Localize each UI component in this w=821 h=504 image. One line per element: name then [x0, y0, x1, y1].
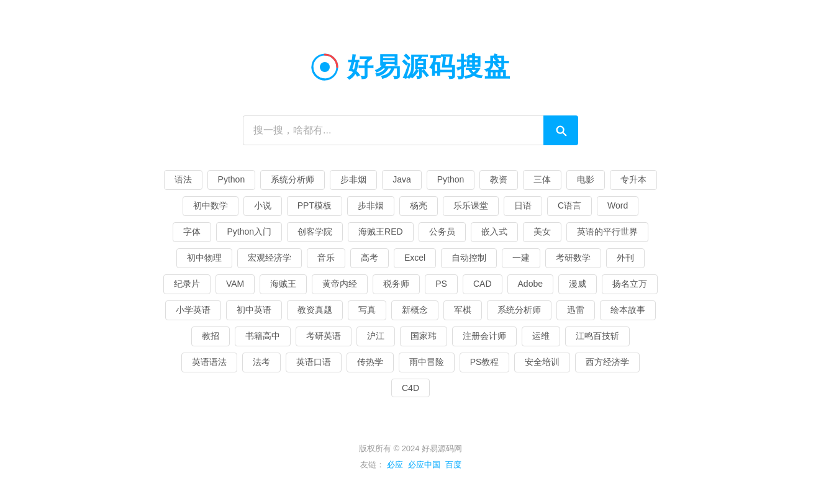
- tag-26[interactable]: 英语的平行世界: [566, 222, 648, 242]
- tag-70[interactable]: 西方经济学: [575, 353, 640, 372]
- tag-59[interactable]: 国家玮: [400, 326, 447, 346]
- tag-19[interactable]: 字体: [173, 222, 211, 242]
- tag-3[interactable]: 步非烟: [330, 170, 377, 190]
- tag-56[interactable]: 书籍高中: [235, 326, 291, 346]
- tag-30[interactable]: 高考: [350, 248, 389, 268]
- tag-24[interactable]: 嵌入式: [471, 222, 518, 242]
- tag-12[interactable]: PPT模板: [287, 196, 342, 216]
- tag-5[interactable]: Python: [427, 170, 475, 190]
- tag-17[interactable]: C语言: [547, 196, 592, 216]
- tag-69[interactable]: 安全培训: [514, 353, 570, 372]
- tag-60[interactable]: 注册会计师: [452, 326, 517, 346]
- tag-23[interactable]: 公务员: [419, 222, 466, 242]
- tag-68[interactable]: PS教程: [460, 353, 510, 372]
- tag-64[interactable]: 法考: [242, 353, 281, 372]
- tag-13[interactable]: 步非烟: [347, 196, 394, 216]
- tag-52[interactable]: 系统分析师: [487, 300, 551, 320]
- tag-36[interactable]: 纪录片: [163, 274, 211, 294]
- tag-46[interactable]: 小学英语: [165, 300, 221, 320]
- tag-39[interactable]: 黄帝内经: [312, 274, 368, 294]
- tag-55[interactable]: 教招: [191, 326, 230, 346]
- tag-31[interactable]: Excel: [394, 248, 436, 268]
- tag-9[interactable]: 专升本: [610, 170, 657, 190]
- app-container: 好易源码搜盘 语法Python系统分析师步非烟JavaPython教资三体电影专…: [0, 0, 821, 473]
- tag-2[interactable]: 系统分析师: [260, 170, 325, 190]
- tag-40[interactable]: 税务师: [373, 274, 420, 294]
- tag-1[interactable]: Python: [207, 170, 256, 190]
- tag-8[interactable]: 电影: [566, 170, 605, 190]
- tag-25[interactable]: 美女: [523, 222, 561, 242]
- tag-0[interactable]: 语法: [164, 170, 202, 190]
- tag-63[interactable]: 英语语法: [181, 353, 237, 372]
- tag-15[interactable]: 乐乐课堂: [443, 196, 499, 216]
- tag-29[interactable]: 音乐: [307, 248, 345, 268]
- tag-50[interactable]: 新概念: [391, 300, 438, 320]
- tag-38[interactable]: 海贼王: [260, 274, 307, 294]
- tag-7[interactable]: 三体: [523, 170, 561, 190]
- tag-18[interactable]: Word: [597, 196, 638, 216]
- footer-link-1[interactable]: 必应中国: [408, 457, 440, 473]
- tag-57[interactable]: 考研英语: [296, 326, 352, 346]
- tag-51[interactable]: 军棋: [443, 300, 482, 320]
- tag-71[interactable]: C4D: [391, 379, 430, 397]
- tag-65[interactable]: 英语口语: [286, 353, 342, 372]
- tag-10[interactable]: 初中数学: [183, 196, 238, 216]
- tag-41[interactable]: PS: [425, 274, 458, 294]
- footer: 版权所有 © 2024 好易源码网 友链：必应 必应中国 百度: [359, 441, 462, 473]
- site-title: 好易源码搜盘: [347, 50, 511, 84]
- tag-48[interactable]: 教资真题: [287, 300, 343, 320]
- tag-22[interactable]: 海贼王RED: [348, 222, 414, 242]
- tag-47[interactable]: 初中英语: [226, 300, 282, 320]
- tags-container: 语法Python系统分析师步非烟JavaPython教资三体电影专升本初中数学小…: [162, 170, 659, 397]
- tag-34[interactable]: 考研数学: [545, 248, 601, 268]
- friend-links-label: 友链：: [360, 457, 384, 473]
- tag-28[interactable]: 宏观经济学: [237, 248, 302, 268]
- tag-11[interactable]: 小说: [243, 196, 282, 216]
- tag-20[interactable]: Python入门: [216, 222, 282, 242]
- svg-point-1: [320, 62, 330, 72]
- tag-32[interactable]: 自动控制: [441, 248, 497, 268]
- tag-62[interactable]: 江鸣百技斩: [565, 326, 630, 346]
- logo-area: 好易源码搜盘: [310, 50, 511, 84]
- tag-33[interactable]: 一建: [502, 248, 540, 268]
- tag-21[interactable]: 创客学院: [287, 222, 343, 242]
- tag-27[interactable]: 初中物理: [176, 248, 232, 268]
- tag-67[interactable]: 雨中冒险: [399, 353, 455, 372]
- tag-37[interactable]: VAM: [215, 274, 255, 294]
- tag-16[interactable]: 日语: [504, 196, 542, 216]
- tag-53[interactable]: 迅雷: [556, 300, 595, 320]
- copyright: 版权所有 © 2024 好易源码网: [359, 441, 462, 457]
- tag-35[interactable]: 外刊: [606, 248, 645, 268]
- tag-49[interactable]: 写真: [348, 300, 386, 320]
- tag-43[interactable]: Adobe: [507, 274, 553, 294]
- tag-6[interactable]: 教资: [479, 170, 518, 190]
- tag-66[interactable]: 传热学: [347, 353, 394, 372]
- tag-4[interactable]: Java: [382, 170, 422, 190]
- search-icon: [554, 124, 568, 137]
- footer-link-2[interactable]: 百度: [445, 457, 461, 473]
- tag-45[interactable]: 扬名立万: [602, 274, 658, 294]
- tag-54[interactable]: 绘本故事: [600, 300, 656, 320]
- tag-58[interactable]: 沪江: [356, 326, 395, 346]
- tag-14[interactable]: 杨亮: [399, 196, 438, 216]
- footer-links: 友链：必应 必应中国 百度: [359, 457, 462, 473]
- search-input[interactable]: [243, 115, 543, 145]
- tag-61[interactable]: 运维: [522, 326, 560, 346]
- search-button[interactable]: [543, 115, 578, 145]
- tag-42[interactable]: CAD: [463, 274, 502, 294]
- tag-44[interactable]: 漫威: [558, 274, 597, 294]
- search-bar: [243, 115, 578, 145]
- logo-icon: [310, 52, 340, 82]
- footer-link-0[interactable]: 必应: [387, 457, 403, 473]
